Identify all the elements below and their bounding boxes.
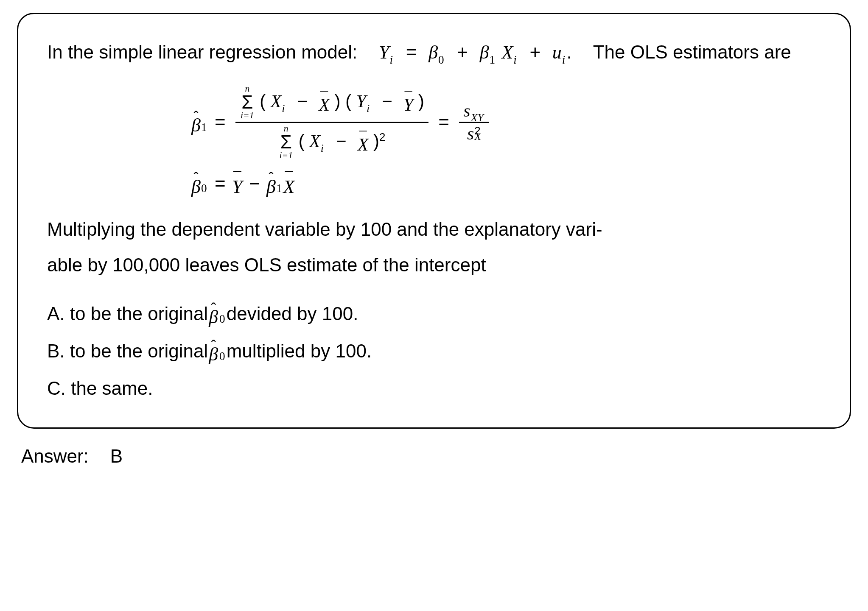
s-x-squared: s 2 X — [467, 125, 481, 143]
sym-Y: Y — [379, 42, 389, 63]
sub-0: 0 — [438, 53, 444, 66]
equation-block: ˆ β 1 = n Σ i=1 ( Xi − ¯ X — [47, 83, 821, 195]
y-bar: ¯ Y — [403, 92, 413, 113]
fraction-denominator: n Σ i=1 ( Xi − ¯ X )2 — [274, 123, 390, 162]
options-list: A. to be the original ˆ β 0 devided by 1… — [47, 295, 821, 407]
beta0-hat: ˆ β — [209, 303, 218, 325]
equation-beta0: ˆ β 0 = ¯ Y − ˆ β 1 ¯ X — [191, 173, 821, 195]
beta0-hat: ˆ β — [191, 173, 201, 195]
plus: + — [530, 42, 541, 62]
answer-line: Answer: B — [21, 446, 851, 467]
sigma-icon: n Σ i=1 — [241, 85, 254, 120]
beta1-hat: ˆ β — [191, 111, 201, 133]
question-frame: In the simple linear regression model: Y… — [17, 13, 851, 429]
intro-text-2: The OLS estimators are — [593, 42, 791, 62]
sub-i: i — [390, 53, 393, 66]
answer-label: Answer: — [21, 446, 89, 466]
y-bar: ¯ Y — [232, 173, 242, 195]
intro-text-1: In the simple linear regression model: — [47, 42, 357, 62]
beta1-hat: ˆ β — [266, 173, 276, 195]
x-bar: ¯ X — [319, 92, 330, 113]
intro-paragraph: In the simple linear regression model: Y… — [47, 34, 821, 70]
eq: = — [406, 42, 417, 62]
beta0-hat: ˆ β — [209, 340, 218, 362]
sym-X: X — [501, 42, 513, 63]
equation-beta1: ˆ β 1 = n Σ i=1 ( Xi − ¯ X — [191, 83, 821, 162]
question-line-1: Multiplying the dependent variable by 10… — [47, 219, 602, 240]
option-c: C. the same. — [47, 370, 821, 407]
sym-beta: β — [428, 42, 438, 63]
x-bar: ¯ X — [358, 131, 369, 153]
plus: + — [457, 42, 468, 62]
option-b: B. to be the original ˆ β 0 multiplied b… — [47, 332, 821, 370]
sub-1: 1 — [490, 53, 496, 66]
option-a: A. to be the original ˆ β 0 devided by 1… — [47, 295, 821, 332]
question-line-2: able by 100,000 leaves OLS estimate of t… — [47, 254, 486, 275]
dot: . — [566, 42, 571, 62]
sigma-icon: n Σ i=1 — [280, 125, 293, 160]
sub-i: i — [513, 53, 517, 66]
fraction-numerator: n Σ i=1 ( Xi − ¯ X ) ( Yi − — [235, 83, 428, 122]
sym-beta: β — [480, 42, 489, 63]
answer-value: B — [110, 446, 123, 466]
sxy-over-sx2: sXY s 2 X — [459, 100, 489, 145]
sym-u: u — [552, 42, 562, 63]
beta1-fraction: n Σ i=1 ( Xi − ¯ X ) ( Yi − — [235, 83, 428, 162]
question-paragraph: Multiplying the dependent variable by 10… — [47, 212, 821, 282]
sub-i: i — [562, 53, 566, 66]
x-bar: ¯ X — [283, 173, 295, 195]
